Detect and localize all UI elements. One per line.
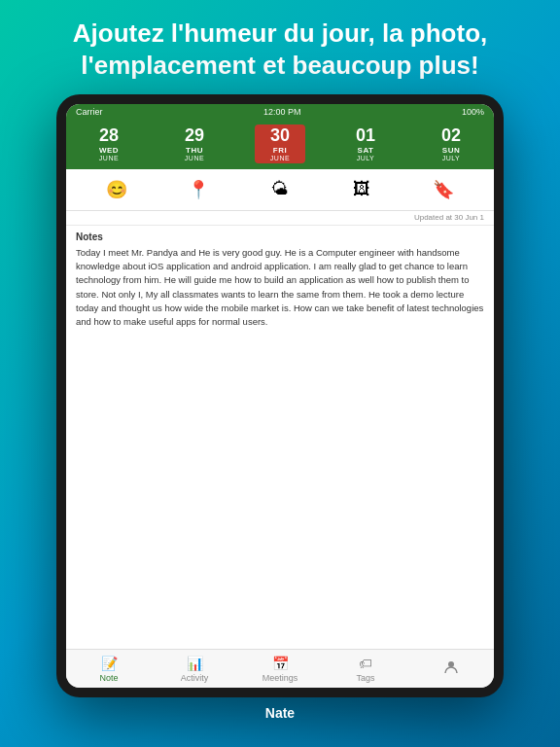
date-month-sun: JULY [442, 155, 461, 161]
photo-icon[interactable]: 🖼 [344, 176, 379, 203]
date-sat[interactable]: 01 SAT JULY [340, 124, 391, 163]
tab-activity-icon: 📊 [187, 656, 203, 671]
notes-label: Notes [66, 226, 494, 244]
tab-tags-label: Tags [356, 673, 374, 683]
tab-note[interactable]: 📝 Note [80, 656, 138, 683]
tab-meetings[interactable]: 📅 Meetings [251, 656, 309, 683]
date-num-thu: 29 [185, 126, 204, 146]
date-day-thu: THU [186, 146, 203, 155]
date-num-wed: 28 [99, 126, 119, 146]
mood-icon[interactable]: 😊 [99, 176, 134, 203]
date-month-wed: JUNE [99, 155, 119, 161]
notes-body[interactable]: Today I meet Mr. Pandya and He is very g… [66, 244, 494, 336]
device-screen: Carrier 12:00 PM 100% 28 WED JUNE 29 THU… [66, 104, 494, 688]
tab-activity-label: Activity [181, 673, 209, 683]
carrier-label: Carrier [76, 107, 103, 117]
date-month-sat: JULY [357, 155, 375, 161]
tab-activity[interactable]: 📊 Activity [165, 656, 224, 683]
notes-section: Notes Today I meet Mr. Pandya and He is … [66, 226, 494, 649]
date-sun[interactable]: 02 SUN JULY [426, 124, 476, 163]
date-fri[interactable]: 30 FRI JUNE [255, 124, 305, 163]
tab-meetings-icon: 📅 [272, 656, 289, 671]
date-num-sun: 02 [441, 126, 461, 146]
date-month-fri: JUNE [270, 155, 290, 161]
date-header: 28 WED JUNE 29 THU JUNE 30 FRI JUNE 01 S… [66, 120, 494, 169]
date-thu[interactable]: 29 THU JUNE [169, 124, 220, 163]
date-month-thu: JUNE [185, 155, 204, 161]
tab-profile[interactable] [422, 659, 480, 680]
app-tagline: Ajoutez l'humeur du jour, la photo, l'em… [0, 0, 560, 94]
tab-note-icon: 📝 [101, 656, 118, 671]
tab-note-label: Note [99, 673, 118, 683]
user-name: Nate [0, 697, 560, 725]
tab-tags-icon: 🏷 [359, 656, 372, 671]
svg-point-0 [448, 661, 454, 667]
date-num-sat: 01 [356, 126, 375, 146]
date-wed[interactable]: 28 WED JUNE [84, 124, 134, 163]
status-bar: Carrier 12:00 PM 100% [66, 104, 494, 120]
time-label: 12:00 PM [263, 107, 301, 117]
tab-meetings-label: Meetings [262, 673, 298, 683]
location-icon[interactable]: 📍 [181, 176, 216, 203]
tab-profile-icon [443, 659, 459, 678]
battery-label: 100% [462, 107, 484, 117]
date-day-fri: FRI [273, 146, 287, 155]
date-day-sat: SAT [358, 146, 374, 155]
tab-tags[interactable]: 🏷 Tags [336, 656, 395, 683]
bookmark-icon[interactable]: 🔖 [426, 176, 461, 203]
icons-row: 😊 📍 🌤 🖼 🔖 [66, 169, 494, 211]
date-day-wed: WED [99, 146, 119, 155]
device-frame: Carrier 12:00 PM 100% 28 WED JUNE 29 THU… [56, 94, 504, 697]
weather-icon[interactable]: 🌤 [262, 176, 298, 203]
date-num-fri: 30 [270, 126, 290, 146]
date-day-sun: SUN [442, 146, 460, 155]
updated-timestamp: Updated at 30 Jun 1 [66, 211, 494, 226]
tab-bar: 📝 Note 📊 Activity 📅 Meetings 🏷 Tags [66, 649, 494, 688]
